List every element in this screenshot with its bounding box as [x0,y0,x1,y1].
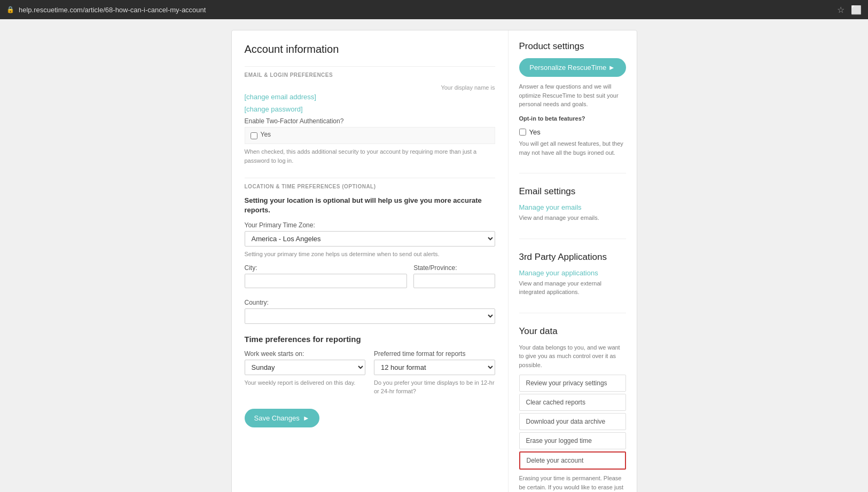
city-input[interactable] [245,274,408,288]
timezone-hint: Setting your primary time zone helps us … [245,250,495,259]
personalize-label: Personalize RescueTime ► [529,64,615,72]
work-week-select[interactable]: Sunday Monday Tuesday Wednesday Thursday… [245,360,366,375]
two-factor-checkbox[interactable] [251,132,257,139]
location-section-header: LOCATION & TIME PREFERENCES (OPTIONAL) [245,178,495,189]
erase-warning-text: Erasing your time is permanent. Please b… [519,475,624,492]
work-week-label: Work week starts on: [245,350,366,358]
two-factor-checkbox-label: Yes [261,131,271,138]
country-select[interactable]: United States United Kingdom Canada Aust… [245,308,495,324]
country-label: Country: [245,299,495,306]
work-week-group: Work week starts on: Sunday Monday Tuesd… [245,350,366,396]
save-arrow-icon: ► [303,414,310,422]
manage-applications-link[interactable]: Manage your applications [519,269,626,277]
erase-time-button[interactable]: Erase your logged time [519,432,626,449]
country-group: Country: United States United Kingdom Ca… [245,299,495,324]
state-group: State/Province: [413,264,495,288]
beta-checkbox[interactable] [519,129,526,136]
your-data-description: Your data belongs to you, and we want to… [519,343,626,370]
save-changes-button[interactable]: Save Changes ► [245,409,319,427]
page-title: Account information [245,43,495,55]
url-bar: help.rescuetime.com/article/68-how-can-i… [19,6,206,14]
two-factor-checkbox-row: Yes [245,127,495,144]
city-label: City: [245,264,408,272]
browser-action-icons: ☆ ⬜ [837,5,862,15]
change-email-link[interactable]: [change email address] [245,93,495,101]
city-state-row: City: State/Province: [245,264,495,293]
change-password-link[interactable]: [change password] [245,105,495,113]
product-settings-title: Product settings [519,41,626,52]
page-content: Account information EMAIL & LOGIN PREFER… [0,19,868,492]
personalize-button[interactable]: Personalize RescueTime ► [519,58,626,77]
review-privacy-button[interactable]: Review your privacy settings [519,375,626,392]
browser-chrome: 🔒 help.rescuetime.com/article/68-how-can… [0,0,868,19]
time-format-label: Preferred time format for reports [374,350,495,358]
erase-warning: Erasing your time is permanent. Please b… [519,474,626,492]
email-settings-section: Email settings Manage your emails View a… [519,186,626,239]
time-row: Work week starts on: Sunday Monday Tuesd… [245,350,495,396]
time-section-title: Time preferences for reporting [245,335,495,344]
save-changes-label: Save Changes [254,414,300,422]
timezone-select[interactable]: America - Los Angeles America - New York… [245,231,495,247]
right-panel: Product settings Personalize RescueTime … [509,30,637,492]
email-settings-description: View and manage your emails. [519,213,626,223]
time-preferences-section: Time preferences for reporting Work week… [245,335,495,396]
personalize-hint: Answer a few questions and we will optim… [519,82,626,109]
work-week-hint: Your weekly report is delivered on this … [245,378,366,387]
beta-hint: You will get all newest features, but th… [519,139,626,157]
left-panel: Account information EMAIL & LOGIN PREFER… [232,30,509,492]
third-party-description: View and manage your external integrated… [519,279,626,297]
state-input[interactable] [413,274,495,288]
beta-label: Opt-in to beta features? [519,114,626,123]
city-group: City: [245,264,408,288]
timezone-group: Your Primary Time Zone: America - Los An… [245,221,495,259]
manage-emails-link[interactable]: Manage your emails [519,203,626,211]
display-name-hint: Your display name is [245,84,495,91]
delete-account-button[interactable]: Delete your account [519,451,626,470]
product-settings-section: Product settings Personalize RescueTime … [519,41,626,173]
your-data-section: Your data Your data belongs to you, and … [519,326,626,493]
your-data-title: Your data [519,326,626,337]
clear-cache-button[interactable]: Clear cached reports [519,394,626,411]
email-login-section: EMAIL & LOGIN PREFERENCES Your display n… [245,66,495,165]
two-factor-label: Enable Two-Factor Authentication? [245,117,495,125]
beta-checkbox-label: Yes [529,128,541,136]
two-factor-group: Enable Two-Factor Authentication? Yes Wh… [245,117,495,165]
window-icon[interactable]: ⬜ [851,5,862,15]
download-archive-button[interactable]: Download your data archive [519,413,626,430]
third-party-title: 3rd Party Applications [519,252,626,263]
state-label: State/Province: [413,264,495,272]
third-party-section: 3rd Party Applications Manage your appli… [519,252,626,313]
time-format-select[interactable]: 12 hour format 24 hour format [374,360,495,375]
location-description: Setting your location is optional but wi… [245,196,495,215]
beta-checkbox-row: Yes [519,128,626,136]
star-icon[interactable]: ☆ [837,5,844,15]
time-format-hint: Do you prefer your time displays to be i… [374,378,495,396]
email-section-header: EMAIL & LOGIN PREFERENCES [245,66,495,78]
main-container: Account information EMAIL & LOGIN PREFER… [231,30,637,492]
two-factor-hint: When checked, this adds additional secur… [245,147,495,165]
lock-icon: 🔒 [6,6,14,13]
email-settings-title: Email settings [519,186,626,197]
time-format-group: Preferred time format for reports 12 hou… [374,350,495,396]
timezone-label: Your Primary Time Zone: [245,221,495,229]
location-section: LOCATION & TIME PREFERENCES (OPTIONAL) S… [245,178,495,324]
